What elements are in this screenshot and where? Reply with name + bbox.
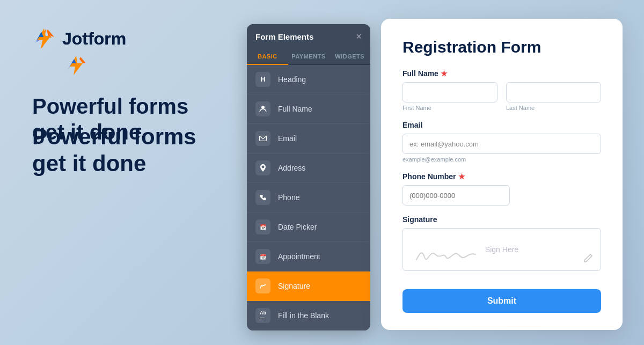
form-elements-panel: Form Elements × BASIC PAYMENTS WIDGETS H… [247, 24, 370, 331]
tab-basic[interactable]: BASIC [247, 49, 288, 65]
phone-icon [255, 190, 270, 205]
phone-label: Phone [278, 193, 299, 202]
datepicker-icon: 📅 [255, 219, 270, 234]
signature-hint: Sign Here [485, 245, 518, 254]
signature-section: Signature Sign Here [402, 215, 601, 271]
panel-item-datepicker[interactable]: 📅 Date Picker [247, 212, 370, 242]
signature-scribble [414, 244, 478, 265]
phone-section: Phone Number ★ [402, 172, 601, 205]
firstname-sub-label: First Name [402, 105, 497, 111]
tagline-line1: Powerful forms [32, 123, 196, 150]
firstname-input[interactable] [402, 82, 497, 102]
close-button[interactable]: × [356, 32, 362, 41]
registration-form-panel: Registration Form Full Name ★ First Name… [381, 19, 623, 330]
logo-svg [32, 27, 56, 50]
firstname-col: First Name [402, 82, 497, 111]
edit-icon [583, 253, 593, 263]
panel-title: Form Elements [255, 32, 313, 41]
lastname-input[interactable] [506, 82, 601, 102]
panel-item-signature[interactable]: Signature [247, 271, 370, 301]
email-field-label: Email [402, 121, 601, 129]
signature-input-box[interactable]: Sign Here [402, 228, 601, 271]
tab-payments[interactable]: PAYMENTS [288, 49, 330, 65]
email-sub-label: example@example.com [402, 156, 601, 163]
signature-label: Signature [278, 282, 310, 290]
fullname-field-label: Full Name ★ [402, 69, 601, 78]
datepicker-label: Date Picker [278, 223, 317, 231]
heading-label: Heading [278, 75, 306, 84]
email-input[interactable] [402, 134, 601, 154]
lastname-sub-label: Last Name [506, 105, 601, 111]
panel-item-fillblank[interactable]: Ab— Fill in the Blank [247, 301, 370, 331]
appointment-label: Appointment [278, 252, 320, 261]
fullname-required-mark: ★ [441, 69, 448, 78]
phone-required-mark: ★ [458, 172, 465, 181]
signature-field-label: Signature [402, 215, 601, 224]
logo-text-label: Jotform [62, 29, 126, 49]
email-section: Email example@example.com [402, 121, 601, 163]
panel-item-fullname[interactable]: Full Name [247, 94, 370, 124]
address-label: Address [278, 164, 305, 172]
form-title: Registration Form [402, 38, 601, 56]
fillblank-label: Fill in the Blank [278, 311, 329, 320]
panel-tabs: BASIC PAYMENTS WIDGETS [247, 49, 370, 65]
tagline-line1: Powerful forms [32, 93, 188, 119]
panel-item-address[interactable]: Address [247, 153, 370, 183]
fillblank-icon: Ab— [255, 308, 270, 323]
tab-widgets[interactable]: WIDGETS [329, 49, 370, 65]
email-icon [255, 131, 270, 146]
svg-point-3 [261, 106, 265, 109]
logo-container: Jotform [32, 27, 126, 50]
panel-header: Form Elements × [247, 24, 370, 49]
phone-input[interactable] [402, 185, 510, 205]
panel-item-email[interactable]: Email [247, 124, 370, 153]
jotform-logo-mark [64, 54, 88, 77]
lastname-col: Last Name [506, 82, 601, 111]
tagline-line2: get it done [32, 150, 196, 177]
fullname-section: Full Name ★ First Name Last Name [402, 69, 601, 111]
panel-item-heading[interactable]: H Heading [247, 65, 370, 94]
panel-item-phone[interactable]: Phone [247, 183, 370, 212]
tagline-block: Powerful forms get it done [32, 123, 196, 178]
phone-field-label: Phone Number ★ [402, 172, 601, 181]
submit-button[interactable]: Submit [402, 289, 601, 313]
panel-items-list: H Heading Full Name Email Address [247, 65, 370, 331]
signature-icon [255, 278, 270, 293]
email-label: Email [278, 134, 297, 143]
address-icon [255, 160, 270, 175]
fullname-field-row: First Name Last Name [402, 82, 601, 111]
appointment-icon: 📆 [255, 249, 270, 264]
fullname-icon [255, 101, 270, 116]
heading-icon: H [255, 72, 270, 87]
fullname-label: Full Name [278, 105, 312, 113]
panel-item-appointment[interactable]: 📆 Appointment [247, 242, 370, 271]
